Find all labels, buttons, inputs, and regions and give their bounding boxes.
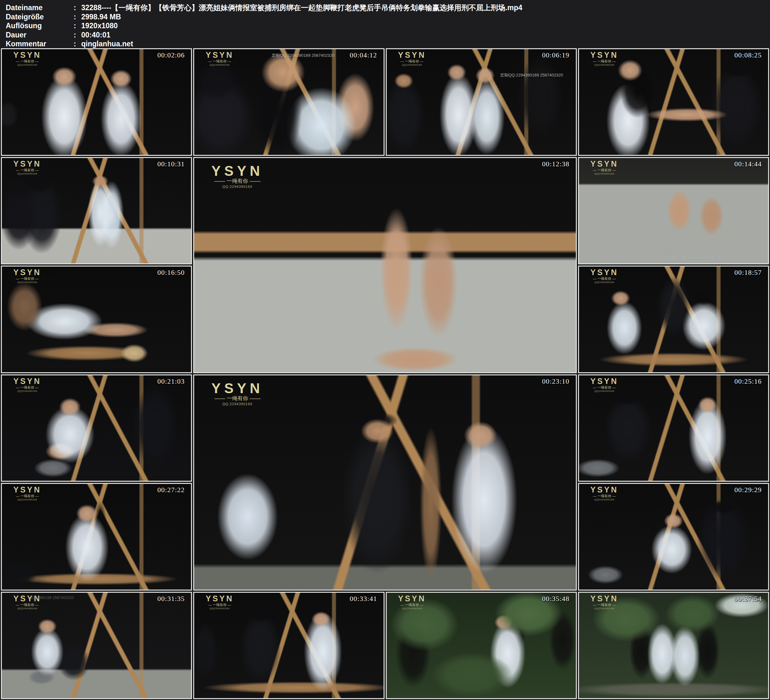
ysyn-watermark-logo: YSYN — 一绳有你 — QQ2294390169: [11, 51, 44, 66]
filename-value: 32288----【一绳有你】【铁骨芳心】漂亮姐妹俩情报室被捕刑房绑在一起垫脚鞭…: [81, 3, 522, 12]
timestamp-overlay: 00:12:38: [542, 160, 569, 168]
qq-drifting-watermark: 定制QQ:2294390169 2567402320: [500, 72, 563, 78]
meta-colon: :: [74, 21, 81, 31]
timestamp-overlay: 00:18:57: [734, 269, 762, 277]
ysyn-qq-text: QQ:2294390169: [202, 402, 272, 406]
meta-row-filesize: Dateigröße:2998.94 MB: [6, 12, 522, 21]
meta-label: Dauer: [6, 31, 74, 40]
meta-colon: :: [74, 3, 81, 12]
comment-value: qinglanhua.net: [81, 39, 133, 49]
ysyn-qq-text: QQ2294390169: [588, 390, 621, 393]
thumbnail-frame-18: YSYN — 一绳有你 — QQ2294390169 00:37:54: [578, 592, 769, 699]
ysyn-watermark-logo: YSYN — 一绳有你 — QQ2294390169: [588, 51, 621, 66]
meta-row-resolution: Auflösung:1920x1080: [6, 21, 522, 31]
ysyn-brand-text: YSYN: [11, 268, 44, 276]
ysyn-watermark-logo: YSYN — 一绳有你 — QQ2294390169: [588, 377, 621, 393]
thumbnail-frame-12: YSYN — 一绳有你 — QQ2294390169 00:25:16: [578, 374, 769, 482]
ysyn-subtitle-text: — 一绳有你 —: [588, 603, 621, 607]
ysyn-brand-text: YSYN: [11, 160, 44, 168]
ysyn-watermark-logo: YSYN — 一绳有你 — QQ2294390169: [396, 594, 429, 610]
ysyn-watermark-logo: YSYN — 一绳有你 — QQ2294390169: [11, 377, 44, 393]
qq-drifting-watermark: 2294390169 2567402320: [31, 596, 74, 600]
ysyn-brand-text: YSYN: [588, 486, 621, 494]
contact-sheet-grid: YSYN — 一绳有你 — QQ2294390169 00:02:06 YSYN…: [1, 48, 769, 699]
meta-label: Auflösung: [6, 21, 74, 31]
thumbnail-frame-7: YSYN — 一绳有你 — QQ2294390169 定制QQ:22943901…: [578, 157, 769, 265]
thumbnail-frame-17: YSYN — 一绳有你 — QQ2294390169 00:35:48: [386, 592, 577, 699]
thumbnail-frame-6-large: YSYN —— 一绳有你 —— QQ:2294390169 00:12:38: [193, 157, 577, 373]
ysyn-watermark-logo: YSYN — 一绳有你 — QQ2294390169: [11, 268, 44, 284]
ysyn-brand-text: YSYN: [588, 160, 621, 168]
ysyn-brand-text: YSYN: [202, 382, 272, 395]
ysyn-watermark-logo: YSYN — 一绳有你 — QQ2294390169: [11, 160, 44, 175]
ysyn-subtitle-text: — 一绳有你 —: [588, 276, 621, 281]
ysyn-subtitle-text: —— 一绳有你 ——: [202, 178, 272, 185]
timestamp-overlay: 00:35:48: [542, 595, 569, 603]
thumbnail-frame-14: YSYN — 一绳有你 — QQ2294390169 00:29:29: [578, 483, 769, 590]
ysyn-qq-text: QQ2294390169: [203, 607, 236, 610]
ysyn-watermark-logo: YSYN — 一绳有你 — QQ2294390169: [203, 594, 236, 610]
ysyn-brand-text: YSYN: [588, 268, 621, 276]
ysyn-brand-text: YSYN: [11, 51, 44, 59]
video-contact-sheet: { "meta": { "rows": [ {"label": "Dateina…: [0, 0, 770, 700]
meta-label: Kommentar: [6, 39, 74, 49]
timestamp-overlay: 00:31:35: [157, 595, 184, 603]
ysyn-watermark-logo: YSYN — 一绳有你 — QQ2294390169: [588, 486, 621, 501]
ysyn-brand-text: YSYN: [396, 51, 429, 59]
timestamp-overlay: 00:16:50: [157, 269, 184, 277]
meta-colon: :: [74, 12, 81, 21]
timestamp-overlay: 00:27:22: [157, 486, 184, 494]
ysyn-brand-text: YSYN: [588, 51, 621, 59]
ysyn-subtitle-text: — 一绳有你 —: [588, 59, 621, 63]
thumbnail-frame-11-large: YSYN —— 一绳有你 —— QQ:2294390169 00:23:10: [193, 374, 577, 590]
ysyn-subtitle-text: — 一绳有你 —: [396, 59, 429, 63]
ysyn-qq-text: QQ2294390169: [203, 63, 236, 66]
timestamp-overlay: 00:23:10: [542, 377, 569, 386]
thumbnail-frame-5: YSYN — 一绳有你 — QQ2294390169 00:10:31: [1, 157, 192, 265]
meta-colon: :: [74, 39, 81, 49]
thumbnail-frame-10: YSYN — 一绳有你 — QQ2294390169 00:21:03: [1, 374, 192, 482]
timestamp-overlay: 00:29:29: [734, 486, 762, 494]
ysyn-brand-text: YSYN: [396, 594, 429, 603]
thumbnail-frame-2: YSYN — 一绳有你 — QQ2294390169 定制QQ:22943901…: [193, 48, 384, 156]
ysyn-subtitle-text: — 一绳有你 —: [588, 168, 621, 172]
ysyn-subtitle-text: — 一绳有你 —: [11, 59, 44, 63]
ysyn-qq-text: QQ2294390169: [11, 498, 44, 501]
ysyn-qq-text: QQ2294390169: [11, 390, 44, 393]
timestamp-overlay: 00:33:41: [349, 595, 377, 603]
meta-row-comment: Kommentar:qinglanhua.net: [6, 39, 522, 49]
ysyn-qq-text: QQ2294390169: [588, 281, 621, 284]
ysyn-brand-text: YSYN: [203, 594, 236, 603]
ysyn-qq-text: QQ2294390169: [588, 63, 621, 66]
ysyn-subtitle-text: — 一绳有你 —: [11, 276, 44, 281]
meta-row-duration: Dauer:00:40:01: [6, 31, 522, 40]
ysyn-subtitle-text: — 一绳有你 —: [588, 385, 621, 390]
timestamp-overlay: 00:08:25: [734, 51, 762, 59]
thumbnail-frame-9: YSYN — 一绳有你 — QQ2294390169 00:18:57: [578, 266, 769, 373]
ysyn-subtitle-text: — 一绳有你 —: [11, 494, 44, 498]
ysyn-qq-text: QQ2294390169: [588, 498, 621, 501]
ysyn-subtitle-text: — 一绳有你 —: [203, 59, 236, 63]
timestamp-overlay: 00:10:31: [157, 160, 184, 168]
thumbnail-frame-8: YSYN — 一绳有你 — QQ2294390169 00:16:50: [1, 266, 192, 373]
thumbnail-frame-4: YSYN — 一绳有你 — QQ2294390169 00:08:25: [578, 48, 769, 156]
meta-row-filename: Dateiname:32288----【一绳有你】【铁骨芳心】漂亮姐妹俩情报室被…: [6, 3, 522, 12]
ysyn-watermark-logo: YSYN — 一绳有你 — QQ2294390169: [11, 486, 44, 501]
ysyn-brand-text: YSYN: [11, 486, 44, 494]
ysyn-qq-text: QQ:2294390169: [202, 185, 272, 189]
ysyn-qq-text: QQ2294390169: [11, 281, 44, 284]
ysyn-subtitle-text: — 一绳有你 —: [588, 494, 621, 498]
timestamp-overlay: 00:06:19: [542, 51, 569, 59]
ysyn-qq-text: QQ2294390169: [11, 607, 44, 610]
file-metadata: Dateiname:32288----【一绳有你】【铁骨芳心】漂亮姐妹俩情报室被…: [6, 3, 522, 49]
ysyn-qq-text: QQ2294390169: [396, 63, 429, 66]
ysyn-subtitle-text: — 一绳有你 —: [203, 603, 236, 607]
resolution-value: 1920x1080: [81, 21, 118, 31]
meta-colon: :: [74, 31, 81, 40]
ysyn-brand-text: YSYN: [588, 594, 621, 603]
timestamp-overlay: 00:37:54: [734, 595, 762, 603]
ysyn-brand-text: YSYN: [11, 377, 44, 385]
thumbnail-frame-16: YSYN — 一绳有你 — QQ2294390169 00:33:41: [193, 592, 384, 699]
ysyn-subtitle-text: — 一绳有你 —: [396, 603, 429, 607]
qq-drifting-watermark: 定制QQ:2294390169 2567402320: [662, 255, 725, 261]
